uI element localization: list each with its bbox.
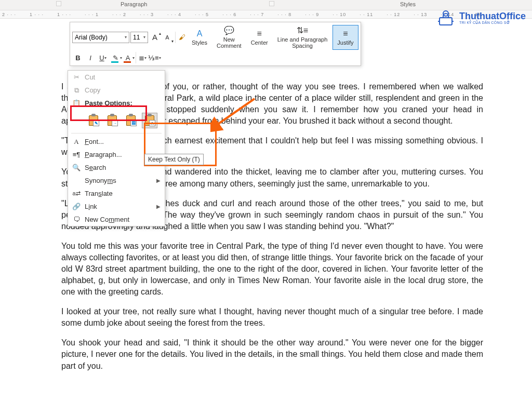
translate-icon: a⇄	[72, 190, 81, 198]
paste-merge-formatting[interactable]: →	[104, 113, 120, 128]
bullets-button[interactable]: ≣ ▾	[136, 52, 147, 63]
menu-search-label: Search	[85, 164, 106, 171]
menu-cut[interactable]: ✂ Cut	[68, 71, 165, 84]
chevron-down-icon: ▾	[143, 35, 145, 39]
font-icon: A	[72, 138, 81, 146]
justify-button[interactable]: ≡Justify	[332, 25, 358, 50]
copy-icon: ⧉	[72, 86, 81, 95]
chevron-right-icon: ▶	[156, 178, 161, 183]
paragraph-dialog-launcher-2[interactable]	[269, 1, 274, 6]
menu-paste-options: 📋 Paste Options:	[68, 97, 165, 110]
font-color-button[interactable]: A▾	[122, 52, 134, 63]
menu-cut-label: Cut	[85, 73, 95, 81]
chevron-right-icon: ▶	[156, 204, 161, 209]
separator	[71, 133, 162, 133]
paste-picture[interactable]: 🖼	[123, 113, 139, 128]
menu-new-comment-label: New Comment	[85, 216, 129, 223]
align-center-icon: ≡	[257, 29, 262, 38]
styles-icon: A	[197, 29, 203, 38]
center-label: Center	[251, 39, 268, 46]
menu-paragraph-label: Paragraph...	[85, 151, 122, 158]
group-styles-label: Styles	[400, 1, 416, 7]
paragraph[interactable]: I looked at your tree, not really sure w…	[61, 306, 483, 329]
menu-font-label: Font...	[85, 138, 104, 145]
new-comment-button[interactable]: 💬New Comment	[212, 24, 246, 50]
menu-translate-label: Translate	[85, 190, 113, 197]
cut-icon: ✂	[72, 73, 81, 82]
paste-options-row: ✎ → 🖼 A	[68, 110, 165, 131]
font-size-value: 11	[133, 34, 140, 41]
styles-button[interactable]: AStyles	[188, 25, 211, 50]
shrink-font-button[interactable]: A▾	[162, 32, 173, 43]
chevron-down-icon: ▾	[132, 56, 135, 60]
paste-keep-source-formatting[interactable]: ✎	[86, 113, 101, 128]
menu-synonyms[interactable]: Synonyms ▶	[68, 174, 165, 187]
line-spacing-button[interactable]: ⇅≡Line and Paragraph Spacing	[273, 24, 332, 50]
comment-icon: 💬	[224, 25, 234, 35]
highlight-color-button[interactable]: ✎▾	[110, 52, 121, 63]
menu-copy-label: Copy	[85, 86, 100, 94]
styles-label: Styles	[192, 39, 207, 46]
paragraph-icon: ≡¶	[72, 151, 81, 159]
menu-copy[interactable]: ⧉ Copy	[68, 84, 165, 97]
line-spacing-label: Line and Paragraph Spacing	[277, 36, 328, 49]
font-name-value: Arial (Body)	[75, 34, 108, 41]
search-icon: 🔍	[72, 164, 81, 172]
mini-toolbar: Arial (Body)▾ 11▾ A▴ A▾ 🖌 AStyles 💬New C…	[70, 22, 361, 66]
format-painter-button[interactable]: 🖌	[175, 32, 187, 43]
underline-button[interactable]: U▾	[97, 52, 109, 63]
context-menu: ✂ Cut ⧉ Copy 📋 Paste Options: ✎ → 🖼 A A …	[68, 70, 165, 226]
comment-icon: 🗨	[72, 216, 81, 224]
chevron-down-icon: ▾	[125, 35, 127, 39]
grow-font-button[interactable]: A▴	[149, 32, 161, 43]
align-justify-icon: ≡	[343, 29, 348, 38]
bold-button[interactable]: B	[72, 52, 84, 63]
paste-keep-text-only[interactable]: A	[142, 113, 157, 128]
new-comment-label: New Comment	[217, 36, 242, 49]
line-spacing-icon: ⇅≡	[297, 25, 308, 35]
link-icon: 🔗	[72, 203, 81, 211]
menu-link-label: Link	[85, 203, 97, 210]
paragraph[interactable]: You shook your head and said, "I think i…	[61, 337, 483, 371]
menu-font[interactable]: A Font...	[68, 135, 165, 148]
numbering-button[interactable]: ⅓≡ ▾	[148, 52, 161, 63]
center-button[interactable]: ≡Center	[247, 25, 272, 50]
menu-translate[interactable]: a⇄ Translate	[68, 187, 165, 200]
svg-rect-1	[440, 18, 452, 25]
menu-new-comment[interactable]: 🗨 New Comment	[68, 213, 165, 226]
paragraph-dialog-launcher[interactable]	[56, 1, 61, 6]
menu-paste-options-label: Paste Options:	[85, 99, 132, 107]
paste-icon: 📋	[72, 99, 81, 108]
group-paragraph-label: Paragraph	[121, 1, 147, 7]
menu-link[interactable]: 🔗 Link ▶	[68, 200, 165, 213]
menu-synonyms-label: Synonyms	[85, 177, 116, 184]
paragraph[interactable]: You told me this was your favorite tree …	[61, 240, 483, 298]
watermark-title: ThuthuatOffice	[459, 11, 526, 22]
watermark-icon	[435, 7, 456, 28]
watermark: ThuthuatOffice TRI KỶ CỦA DÂN CÔNG SỞ	[435, 7, 526, 28]
justify-label: Justify	[337, 39, 353, 46]
italic-button[interactable]: I	[85, 52, 96, 63]
paste-tooltip: Keep Text Only (T)	[144, 154, 204, 165]
font-size-combo[interactable]: 11▾	[130, 32, 148, 43]
font-name-combo[interactable]: Arial (Body)▾	[72, 32, 129, 43]
chevron-down-icon: ▾	[104, 56, 107, 60]
